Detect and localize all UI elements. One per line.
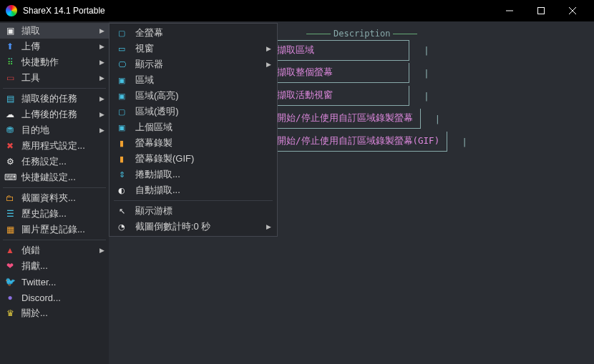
sidebar-item-label: 截圖資料夾... <box>21 192 104 205</box>
svg-rect-1 <box>538 8 545 14</box>
sidebar-item-label: 上傳後的任務 <box>21 108 99 121</box>
sidebar-item-about[interactable]: ♛關於... <box>0 305 109 321</box>
close-button[interactable] <box>557 0 588 21</box>
titlebar: ShareX 14.1 Portable <box>0 0 594 21</box>
sidebar-item-tools[interactable]: ▭工具▶ <box>0 70 109 86</box>
description-cell: 擷取整個螢幕 <box>269 63 409 83</box>
description-row: 開始/停止使用自訂區域錄製螢幕| <box>269 107 467 130</box>
submenu-item-label: 顯示器 <box>135 58 266 71</box>
sidebar-item-task-settings[interactable]: ⚙任務設定... <box>0 154 109 169</box>
sidebar: ▣擷取▶⬆上傳▶⠿快捷動作▶▭工具▶▤擷取後的任務▶☁上傳後的任務▶⛃目的地▶✖… <box>0 21 109 364</box>
app-logo-icon <box>6 5 17 16</box>
description-cell: 開始/停止使用自訂區域錄製螢幕 <box>269 109 421 129</box>
description-panel: Description reen 擷取區域|擷取整個螢幕|擷取活動視窗|開始/停… <box>269 29 467 153</box>
pipe-char: | <box>424 68 429 79</box>
submenu-item-label: 自動擷取... <box>135 184 271 197</box>
twitter-icon: 🐦 <box>4 276 16 287</box>
sidebar-item-donate[interactable]: ❤捐獻... <box>0 258 109 274</box>
upload-icon: ⬆ <box>4 41 16 52</box>
sidebar-item-label: 關於... <box>21 307 104 320</box>
monitor-icon: 🖵 <box>115 59 128 70</box>
submenu-item-scrolling-capture[interactable]: ⇕捲動擷取... <box>109 167 277 182</box>
after-upload-icon: ☁ <box>4 109 16 120</box>
description-row: 擷取活動視窗| <box>269 84 467 107</box>
screenshots-folder-icon: 🗀 <box>4 192 16 204</box>
submenu-item-show-cursor[interactable]: ↖顯示游標 <box>109 203 277 219</box>
sidebar-item-label: 捐獻... <box>21 260 104 272</box>
chevron-right-icon: ▶ <box>99 95 104 102</box>
submenu-item-last-region[interactable]: ▣上個區域 <box>109 119 277 135</box>
description-header: Description <box>303 29 420 39</box>
submenu-separator <box>114 200 273 201</box>
destinations-icon: ⛃ <box>4 124 16 136</box>
description-cell: 擷取區域 <box>269 40 409 61</box>
window-icon: ▭ <box>115 43 128 54</box>
region-light-icon: ▣ <box>115 90 128 102</box>
submenu-item-window[interactable]: ▭視窗▶ <box>109 41 277 56</box>
sidebar-item-label: 擷取後的任務 <box>21 92 99 105</box>
scrolling-capture-icon: ⇕ <box>115 169 128 180</box>
about-icon: ♛ <box>4 308 16 319</box>
sidebar-item-label: 偵錯 <box>21 244 99 257</box>
sidebar-item-label: 擷取 <box>21 24 99 37</box>
submenu-item-label: 區域(透明) <box>135 105 271 118</box>
sidebar-item-history[interactable]: ☰歷史記錄... <box>0 206 109 222</box>
chevron-right-icon: ▶ <box>99 27 104 34</box>
debug-icon: ▲ <box>4 245 16 256</box>
window-controls <box>494 0 588 21</box>
app-settings-icon: ✖ <box>4 140 16 152</box>
submenu-item-screen-record[interactable]: ▮螢幕錄製 <box>109 135 277 151</box>
submenu-item-screen-record-gif[interactable]: ▮螢幕錄製(GIF) <box>109 151 277 167</box>
description-row: 開始/停止使用自訂區域錄製螢幕(GIF)| <box>269 130 467 153</box>
chevron-right-icon: ▶ <box>99 74 104 82</box>
submenu-item-fullscreen[interactable]: ▢全螢幕 <box>109 25 277 41</box>
submenu-item-region-light[interactable]: ▣區域(高亮) <box>109 88 277 104</box>
sidebar-item-upload[interactable]: ⬆上傳▶ <box>0 39 109 54</box>
sidebar-item-after-capture[interactable]: ▤擷取後的任務▶ <box>0 91 109 107</box>
sidebar-item-app-settings[interactable]: ✖應用程式設定... <box>0 138 109 154</box>
submenu-item-countdown[interactable]: ◔截圖倒數計時:0 秒▶ <box>109 219 277 235</box>
chevron-right-icon: ▶ <box>99 59 104 66</box>
maximize-button[interactable] <box>525 0 557 21</box>
sidebar-item-image-history[interactable]: ▦圖片歷史記錄... <box>0 222 109 237</box>
sidebar-item-twitter[interactable]: 🐦Twitter... <box>0 274 109 290</box>
chevron-right-icon: ▶ <box>266 61 271 68</box>
fullscreen-icon: ▢ <box>115 27 128 39</box>
description-cell: 開始/停止使用自訂區域錄製螢幕(GIF) <box>269 132 447 152</box>
sidebar-item-after-upload[interactable]: ☁上傳後的任務▶ <box>0 107 109 122</box>
chevron-right-icon: ▶ <box>266 45 271 52</box>
sidebar-item-quick-actions[interactable]: ⠿快捷動作▶ <box>0 54 109 70</box>
chevron-right-icon: ▶ <box>99 127 104 134</box>
sidebar-separator <box>3 88 106 89</box>
submenu-item-auto-capture[interactable]: ◐自動擷取... <box>109 182 277 198</box>
sidebar-item-capture[interactable]: ▣擷取▶ <box>0 23 109 39</box>
sidebar-item-destinations[interactable]: ⛃目的地▶ <box>0 122 109 138</box>
description-row: 擷取整個螢幕| <box>269 62 467 84</box>
sidebar-item-screenshots-folder[interactable]: 🗀截圖資料夾... <box>0 190 109 206</box>
submenu-item-label: 全螢幕 <box>135 26 271 39</box>
sidebar-item-hotkey-settings[interactable]: ⌨快捷鍵設定... <box>0 169 109 185</box>
submenu-item-monitor[interactable]: 🖵顯示器▶ <box>109 56 277 72</box>
region-transparent-icon: ▢ <box>115 106 128 117</box>
sidebar-item-debug[interactable]: ▲偵錯▶ <box>0 242 109 258</box>
sidebar-item-label: 快捷動作 <box>21 56 99 69</box>
submenu-item-region[interactable]: ▣區域 <box>109 72 277 88</box>
submenu-item-label: 螢幕錄製 <box>135 137 271 149</box>
chevron-right-icon: ▶ <box>99 247 104 254</box>
sidebar-item-label: 應用程式設定... <box>21 139 104 152</box>
auto-capture-icon: ◐ <box>115 185 128 196</box>
minimize-button[interactable] <box>494 0 525 21</box>
pipe-char: | <box>435 114 441 124</box>
submenu-item-label: 上個區域 <box>135 121 271 134</box>
sidebar-item-label: 快捷鍵設定... <box>21 171 104 184</box>
countdown-icon: ◔ <box>115 221 128 232</box>
submenu-item-region-transparent[interactable]: ▢區域(透明) <box>109 104 277 119</box>
sidebar-item-discord[interactable]: ●Discord... <box>0 290 109 305</box>
last-region-icon: ▣ <box>115 122 128 133</box>
submenu-item-label: 區域 <box>135 74 271 87</box>
history-icon: ☰ <box>4 208 16 220</box>
pipe-char: | <box>424 91 429 102</box>
description-cell: 擷取活動視窗 <box>269 86 409 106</box>
submenu-item-label: 區域(高亮) <box>135 89 271 102</box>
sidebar-item-label: 目的地 <box>21 124 99 137</box>
